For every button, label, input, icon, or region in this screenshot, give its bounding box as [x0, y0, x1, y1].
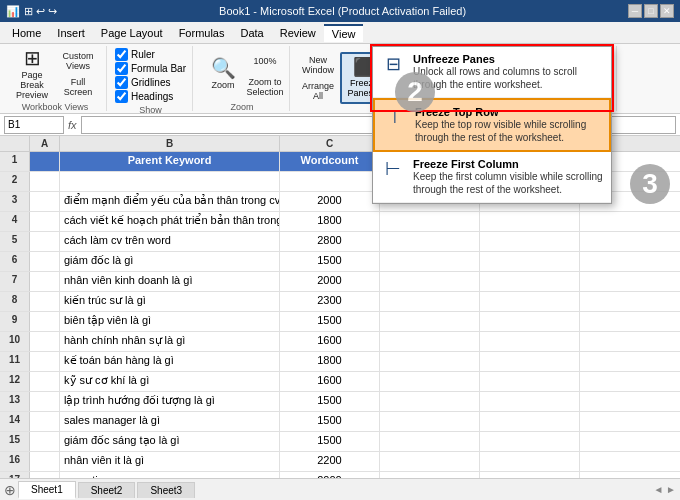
menu-data[interactable]: Data: [232, 25, 271, 41]
new-window-button[interactable]: New Window: [298, 53, 338, 77]
cell-a[interactable]: [30, 312, 60, 331]
full-screen-button[interactable]: Full Screen: [56, 75, 100, 99]
cell-keyword[interactable]: kỹ sư cơ khí là gì: [60, 372, 280, 391]
cell-e[interactable]: [480, 252, 580, 271]
cell-d[interactable]: [380, 292, 480, 311]
cell-d[interactable]: [380, 432, 480, 451]
sheet-tab-sheet2[interactable]: Sheet2: [78, 482, 136, 498]
cell-wordcount[interactable]: 1500: [280, 412, 380, 431]
cell-d[interactable]: [380, 332, 480, 351]
maximize-button[interactable]: □: [644, 4, 658, 18]
cell-a[interactable]: [30, 292, 60, 311]
cell-wordcount[interactable]: 2300: [280, 292, 380, 311]
menu-review[interactable]: Review: [272, 25, 324, 41]
cell-a[interactable]: [30, 272, 60, 291]
menu-view[interactable]: View: [324, 24, 364, 42]
headings-checkbox[interactable]: Headings: [115, 90, 186, 103]
cell-a[interactable]: [30, 412, 60, 431]
cell-e[interactable]: [480, 392, 580, 411]
cell-wordcount[interactable]: 2000: [280, 472, 380, 478]
cell-a[interactable]: [30, 332, 60, 351]
cell-wordcount[interactable]: 1500: [280, 392, 380, 411]
cell-d[interactable]: [380, 252, 480, 271]
cell-wordcount[interactable]: 2200: [280, 452, 380, 471]
cell-wordcount[interactable]: 1500: [280, 312, 380, 331]
gridlines-checkbox[interactable]: Gridlines: [115, 76, 186, 89]
cell-wordcount[interactable]: 1500: [280, 252, 380, 271]
cell-wordcount[interactable]: 1600: [280, 372, 380, 391]
cell-a[interactable]: [30, 212, 60, 231]
cell-d[interactable]: [380, 412, 480, 431]
cell-d[interactable]: [380, 272, 480, 291]
minimize-button[interactable]: ─: [628, 4, 642, 18]
zoom-100-button[interactable]: 100%: [247, 49, 283, 73]
cell-keyword[interactable]: biên tập viên là gì: [60, 312, 280, 331]
cell-a[interactable]: [30, 372, 60, 391]
cell-a[interactable]: [30, 252, 60, 271]
cell-e[interactable]: [480, 292, 580, 311]
cell-keyword[interactable]: cách viết kế hoạch phát triển bản thân t…: [60, 212, 280, 231]
cell-e[interactable]: [480, 452, 580, 471]
cell-e[interactable]: [480, 372, 580, 391]
sheet-tab-sheet1[interactable]: Sheet1: [18, 481, 76, 499]
cell-e[interactable]: [480, 472, 580, 478]
cell-keyword[interactable]: operations manager: [60, 472, 280, 478]
cell-keyword[interactable]: lập trình hướng đối tượng là gì: [60, 392, 280, 411]
sheet-tab-sheet3[interactable]: Sheet3: [137, 482, 195, 498]
cell-wordcount[interactable]: 1800: [280, 212, 380, 231]
formula-bar-checkbox[interactable]: Formula Bar: [115, 62, 186, 75]
freeze-first-column-item[interactable]: ⊢ Freeze First Column Keep the first col…: [373, 152, 611, 203]
menu-page-layout[interactable]: Page Layout: [93, 25, 171, 41]
menu-formulas[interactable]: Formulas: [171, 25, 233, 41]
cell-e[interactable]: [480, 232, 580, 251]
cell-e[interactable]: [480, 352, 580, 371]
cell-d[interactable]: [380, 452, 480, 471]
cell-a[interactable]: [30, 392, 60, 411]
add-sheet-button[interactable]: ⊕: [4, 482, 16, 498]
cell-e[interactable]: [480, 412, 580, 431]
cell-keyword[interactable]: hành chính nhân sự là gì: [60, 332, 280, 351]
page-break-preview-button[interactable]: ⊞ Page Break Preview: [10, 48, 54, 100]
cell-keyword[interactable]: [60, 172, 280, 191]
cell-d[interactable]: [380, 312, 480, 331]
custom-views-button[interactable]: Custom Views: [56, 49, 100, 73]
menu-home[interactable]: Home: [4, 25, 49, 41]
cell-keyword[interactable]: giám đốc là gì: [60, 252, 280, 271]
cell-d[interactable]: [380, 472, 480, 478]
cell-a[interactable]: [30, 192, 60, 211]
cell-d[interactable]: [380, 232, 480, 251]
menu-insert[interactable]: Insert: [49, 25, 93, 41]
cell-a[interactable]: [30, 472, 60, 478]
cell-keyword[interactable]: điểm mạnh điểm yếu của bản thân trong cv: [60, 192, 280, 211]
cell-keyword[interactable]: giám đốc sáng tạo là gì: [60, 432, 280, 451]
close-button[interactable]: ✕: [660, 4, 674, 18]
cell-d[interactable]: [380, 352, 480, 371]
cell-d[interactable]: [380, 392, 480, 411]
cell-a[interactable]: [30, 232, 60, 251]
cell-keyword[interactable]: nhân viên it là gì: [60, 452, 280, 471]
cell-wordcount[interactable]: 2000: [280, 272, 380, 291]
cell-keyword[interactable]: nhân viên kinh doanh là gì: [60, 272, 280, 291]
ruler-checkbox[interactable]: Ruler: [115, 48, 186, 61]
cell-keyword[interactable]: kế toán bán hàng là gì: [60, 352, 280, 371]
cell-d[interactable]: [380, 372, 480, 391]
cell-d[interactable]: [380, 212, 480, 231]
cell-wordcount[interactable]: 1800: [280, 352, 380, 371]
cell-a[interactable]: [30, 452, 60, 471]
zoom-button[interactable]: 🔍 Zoom: [201, 48, 245, 100]
cell-a[interactable]: [30, 352, 60, 371]
cell-wordcount[interactable]: 1500: [280, 432, 380, 451]
name-box[interactable]: [4, 116, 64, 134]
quick-access[interactable]: ⊞ ↩ ↪: [24, 5, 57, 18]
cell-e[interactable]: [480, 432, 580, 451]
cell-wordcount[interactable]: 1600: [280, 332, 380, 351]
cell-keyword[interactable]: sales manager là gì: [60, 412, 280, 431]
cell-e[interactable]: [480, 312, 580, 331]
arrange-all-button[interactable]: Arrange All: [298, 79, 338, 103]
cell-wordcount[interactable]: 2800: [280, 232, 380, 251]
cell-e[interactable]: [480, 332, 580, 351]
cell-e[interactable]: [480, 272, 580, 291]
cell-keyword[interactable]: kiến trúc sư là gì: [60, 292, 280, 311]
cell-a[interactable]: [30, 172, 60, 191]
cell-a[interactable]: [30, 432, 60, 451]
